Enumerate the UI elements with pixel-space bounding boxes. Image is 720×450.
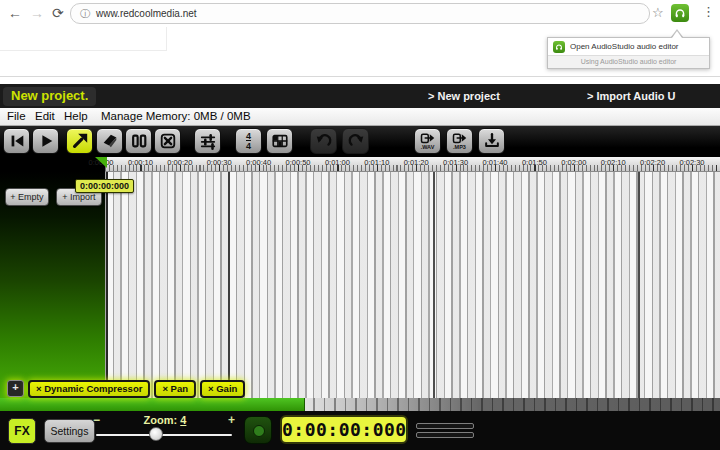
cut-tool-button[interactable] (96, 128, 123, 154)
address-bar[interactable]: ⓘ www.redcoolmedia.net (70, 3, 650, 24)
add-empty-track-button[interactable]: + Empty (5, 188, 49, 206)
page-frame-edge (0, 27, 167, 51)
scrollbar-thumb[interactable] (0, 398, 305, 411)
time-signature-top: 4 (246, 132, 251, 140)
zoom-in-button[interactable]: + (228, 413, 235, 427)
menu-edit[interactable]: Edit (35, 110, 55, 122)
popup-using-label: Using AudioStudio audio editor (548, 55, 709, 68)
select-arrow-icon (71, 132, 89, 150)
level-meters (416, 423, 474, 441)
playhead-line[interactable] (106, 172, 108, 398)
page-info-icon[interactable]: ⓘ (80, 7, 90, 21)
ruler-label: 0:00:20 (167, 158, 192, 167)
timeline-grid[interactable] (105, 172, 720, 398)
zoom-value: 4 (180, 414, 186, 426)
export-mp3-button[interactable]: .MP3 (446, 128, 473, 154)
level-meter-bar (416, 432, 474, 438)
pattern-editor-button[interactable] (266, 128, 293, 154)
pattern-grid-icon (271, 132, 289, 150)
ruler-label: 0:01:00 (325, 158, 350, 167)
split-tool-button[interactable] (125, 128, 152, 154)
timeline-ruler: 0:00:000:00:100:00:200:00:300:00:400:00:… (0, 157, 720, 172)
ruler-label: 0:00:50 (285, 158, 310, 167)
menu-manage-memory[interactable]: Manage Memory: 0MB / 0MB (101, 110, 251, 122)
time-display: 0:00:00:000 (280, 415, 408, 444)
ruler-label: 0:01:40 (482, 158, 507, 167)
play-icon (37, 132, 55, 150)
effect-pill-dynamic-compressor[interactable]: × Dynamic Compressor (28, 380, 150, 398)
effects-row: + × Dynamic Compressor × Pan × Gain (7, 379, 245, 398)
ruler-label: 0:00:30 (207, 158, 232, 167)
select-tool-button[interactable] (66, 128, 93, 154)
popup-open-label: Open AudioStudio audio editor (570, 42, 679, 51)
back-icon[interactable]: ← (8, 4, 22, 22)
time-signature-bottom: 4 (246, 140, 251, 150)
ruler-label: 0:02:00 (561, 158, 586, 167)
wav-label: .WAV (421, 144, 435, 150)
play-button[interactable] (32, 128, 59, 154)
ruler-label: 0:00:40 (246, 158, 271, 167)
menu-bar: File Edit Help Manage Memory: 0MB / 0MB (0, 108, 720, 126)
ruler-label: 0:02:30 (679, 158, 704, 167)
undo-button[interactable] (310, 128, 337, 154)
add-effect-button[interactable]: + (7, 380, 24, 397)
menu-file[interactable]: File (7, 110, 26, 122)
browser-menu-icon[interactable]: ⋮ (702, 4, 715, 19)
time-signature-button[interactable]: 4 4 (235, 128, 262, 154)
download-icon (483, 132, 501, 150)
playhead-time-tooltip: 0:00:00:000 (75, 179, 134, 193)
redo-icon (347, 132, 365, 150)
extension-popup: Open AudioStudio audio editor Using Audi… (547, 37, 710, 69)
ruler-label: 0:02:10 (601, 158, 626, 167)
skip-start-icon (8, 132, 26, 150)
effect-pill-pan[interactable]: × Pan (154, 380, 196, 398)
url-text[interactable]: www.redcoolmedia.net (96, 8, 197, 19)
import-audio-link[interactable]: > Import Audio U (587, 90, 676, 102)
settings-button[interactable]: Settings (44, 419, 95, 443)
delete-x-icon (159, 132, 177, 150)
export-icon (420, 132, 435, 144)
reload-icon[interactable]: ⟳ (52, 4, 64, 22)
ruler-labels: 0:00:000:00:100:00:200:00:300:00:400:00:… (0, 157, 720, 172)
menu-help[interactable]: Help (64, 110, 88, 122)
ruler-label: 0:01:30 (443, 158, 468, 167)
record-button[interactable] (244, 416, 272, 444)
zoom-out-button[interactable]: − (93, 413, 100, 427)
browser-toolbar: ← → ⟳ ⓘ www.redcoolmedia.net ☆ ⋮ (0, 0, 720, 28)
ruler-label: 0:01:10 (364, 158, 389, 167)
ruler-label: 0:01:50 (522, 158, 547, 167)
headphones-icon (674, 7, 686, 19)
zoom-slider-track[interactable] (96, 434, 232, 436)
download-button[interactable] (478, 128, 505, 154)
forward-icon[interactable]: → (30, 4, 44, 22)
zoom-slider-knob[interactable] (149, 427, 163, 441)
audiostudio-app-window: ← → ⟳ ⓘ www.redcoolmedia.net ☆ ⋮ (0, 0, 720, 450)
cutter-icon (101, 132, 119, 150)
timeline-scrollbar[interactable] (0, 398, 720, 411)
split-icon (130, 132, 148, 150)
new-project-link[interactable]: > New project (428, 90, 500, 102)
playhead-marker-icon[interactable] (95, 157, 107, 168)
track-workspace: + Empty + Import 0:00:00:000 + × Dynamic… (0, 172, 720, 398)
page-divider (0, 76, 720, 77)
audiostudio-extension-icon[interactable] (671, 4, 689, 22)
project-title-bar: New project. > New project > Import Audi… (0, 84, 720, 108)
ruler-label: 0:02:20 (640, 158, 665, 167)
open-audiostudio-item[interactable]: Open AudioStudio audio editor (548, 38, 709, 55)
export-wav-button[interactable]: .WAV (414, 128, 441, 154)
effect-pill-gain[interactable]: × Gain (200, 380, 245, 398)
ruler-label: 0:01:20 (404, 158, 429, 167)
zoom-label: Zoom: (144, 414, 178, 426)
bookmark-star-icon[interactable]: ☆ (652, 5, 664, 20)
fx-button[interactable]: FX (8, 418, 36, 444)
zoom-caption: Zoom: 4 (110, 414, 220, 426)
mp3-label: .MP3 (453, 144, 466, 150)
mixer-button[interactable] (194, 128, 221, 154)
delete-button[interactable] (154, 128, 181, 154)
transport-toolbar: 4 4 (0, 126, 720, 157)
mixer-sliders-icon (199, 132, 217, 150)
bottom-control-bar: FX Settings − Zoom: 4 + 0:00:00:000 (0, 411, 720, 450)
skip-start-button[interactable] (3, 128, 30, 154)
export-icon (452, 132, 467, 144)
redo-button[interactable] (342, 128, 369, 154)
